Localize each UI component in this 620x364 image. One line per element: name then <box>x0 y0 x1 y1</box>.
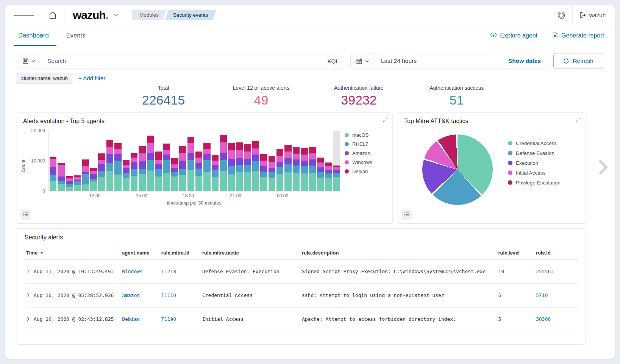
sort-desc-icon[interactable] <box>40 252 43 254</box>
bar-stack[interactable] <box>317 131 324 191</box>
column-header-rule-mitre-tactic[interactable]: rule.mitre.tactic <box>202 250 302 256</box>
bar-stack[interactable] <box>309 131 316 191</box>
stat-value[interactable]: 49 <box>212 92 310 108</box>
bar-segment-debian <box>301 148 308 154</box>
bar-stack[interactable] <box>139 131 145 191</box>
bar-stack[interactable] <box>50 131 56 191</box>
bar-stack[interactable] <box>284 131 291 191</box>
bar-stack[interactable] <box>155 131 162 191</box>
bar-stack[interactable] <box>325 131 332 191</box>
divider <box>64 5 64 25</box>
legend-item-windows[interactable]: Windows <box>345 159 388 165</box>
bar-stack[interactable] <box>260 131 267 191</box>
tab-events[interactable]: Events <box>64 25 87 46</box>
saved-queries-button[interactable] <box>17 53 41 69</box>
filter-chip-cluster-name[interactable]: cluster.name: wazuh <box>17 73 72 83</box>
bar-stack[interactable] <box>163 131 170 191</box>
legend-item-rhel7[interactable]: RHEL7 <box>345 141 388 147</box>
bar-stack[interactable] <box>82 131 89 191</box>
column-header-rule-description[interactable]: rule.description <box>302 250 498 256</box>
bar-stack[interactable] <box>212 131 219 191</box>
search-input[interactable] <box>41 53 322 69</box>
expand-row-icon[interactable] <box>26 270 30 273</box>
refresh-button[interactable]: Refresh <box>553 53 603 69</box>
logout-button[interactable]: wazuh <box>577 9 608 21</box>
add-filter-button[interactable]: + Add filter <box>78 75 105 81</box>
menu-icon[interactable] <box>11 12 36 19</box>
bar-stack[interactable] <box>123 131 130 191</box>
column-header-rule-level[interactable]: rule.level <box>498 250 536 256</box>
mitre-id-link[interactable]: T1110 <box>161 292 176 298</box>
bar-stack[interactable] <box>228 131 235 191</box>
bar-stack[interactable] <box>58 131 64 191</box>
legend-item-privilege-escalation[interactable]: Privilege Escalation <box>508 180 561 186</box>
breadcrumb-modules[interactable]: Modules <box>132 10 166 20</box>
bar-stack[interactable] <box>269 131 275 191</box>
bar-stack[interactable] <box>187 131 194 191</box>
legend-item-amazon[interactable]: Amazon <box>345 150 388 156</box>
bar-stack[interactable] <box>171 131 178 191</box>
generate-report-button[interactable]: Generate report <box>552 32 604 39</box>
calendar-button[interactable] <box>351 53 375 69</box>
bar-stack[interactable] <box>106 131 113 191</box>
bar-stack[interactable] <box>90 131 97 191</box>
bar-stack[interactable] <box>203 131 210 191</box>
legend-toggle-icon[interactable] <box>401 209 412 220</box>
bar-stack[interactable] <box>301 131 308 191</box>
legend-item-macos[interactable]: macOS <box>345 132 388 138</box>
bar-stack[interactable] <box>98 131 105 191</box>
bar-stack[interactable] <box>220 131 226 191</box>
agent-link[interactable]: Debian <box>122 316 140 322</box>
stat-value[interactable]: 51 <box>408 92 506 108</box>
pie-graphic[interactable] <box>422 134 493 205</box>
column-header-rule-id[interactable]: rule.id <box>536 250 578 256</box>
time-range-value[interactable]: Last 24 hours <box>375 53 502 69</box>
agent-link[interactable]: Amazon <box>122 292 140 298</box>
column-header-rule-mitre-id[interactable]: rule.mitre.id <box>161 250 202 256</box>
kql-button[interactable]: KQL <box>322 53 344 69</box>
breadcrumb-security-events[interactable]: Security events <box>165 10 216 20</box>
bar-stack[interactable] <box>74 131 81 191</box>
rule-id-link[interactable]: 30306 <box>536 316 551 322</box>
mitre-id-link[interactable]: T1218 <box>161 269 176 274</box>
bar-stack[interactable] <box>236 131 243 191</box>
bar-stack[interactable] <box>252 131 259 191</box>
rule-id-link[interactable]: 5710 <box>536 292 548 298</box>
stat-value[interactable]: 226415 <box>115 92 212 108</box>
expand-row-icon[interactable] <box>26 317 30 321</box>
bar-stack[interactable] <box>147 131 154 191</box>
bar-stack[interactable] <box>66 131 73 191</box>
legend-item-defense-evasion[interactable]: Defense Evasion <box>508 150 561 156</box>
bar-stack[interactable] <box>293 131 300 191</box>
legend-item-credential-access[interactable]: Credential Access <box>508 141 561 146</box>
expand-row-icon[interactable] <box>26 294 30 297</box>
show-dates-button[interactable]: Show dates <box>502 53 547 69</box>
legend-toggle-icon[interactable] <box>20 209 31 220</box>
explore-agent-button[interactable]: Explore agent <box>490 32 537 39</box>
bar-stack[interactable] <box>114 131 121 191</box>
column-header-time[interactable]: Time <box>25 250 122 256</box>
stat-value[interactable]: 39232 <box>310 92 408 108</box>
tab-dashboard[interactable]: Dashboard <box>16 25 51 46</box>
rule-id-link[interactable]: 255563 <box>536 269 554 274</box>
legend-item-debian[interactable]: Debian <box>345 169 388 174</box>
bar-stack[interactable] <box>195 131 202 191</box>
carousel-next-icon[interactable] <box>598 158 609 176</box>
bar-stack[interactable] <box>131 131 137 191</box>
bar-segment-debian <box>98 153 105 160</box>
expand-icon[interactable] <box>383 117 388 123</box>
bar-stack[interactable] <box>333 131 340 191</box>
chevron-down-icon[interactable] <box>110 9 122 21</box>
legend-item-initial-access[interactable]: Initial Access <box>508 170 561 176</box>
health-status-icon[interactable] <box>555 9 568 22</box>
bar-stack[interactable] <box>179 131 186 191</box>
expand-icon[interactable] <box>576 117 581 123</box>
bar-stack[interactable] <box>244 131 251 191</box>
bar-stack[interactable] <box>276 131 283 191</box>
agent-link[interactable]: Windows <box>122 269 143 274</box>
mitre-id-link[interactable]: T1190 <box>161 316 176 322</box>
column-header-agent-name[interactable]: agent.name <box>122 250 161 256</box>
legend-item-execution[interactable]: Execution <box>508 160 561 166</box>
home-icon[interactable] <box>46 8 59 22</box>
bar-segment-rhel7 <box>155 169 162 177</box>
